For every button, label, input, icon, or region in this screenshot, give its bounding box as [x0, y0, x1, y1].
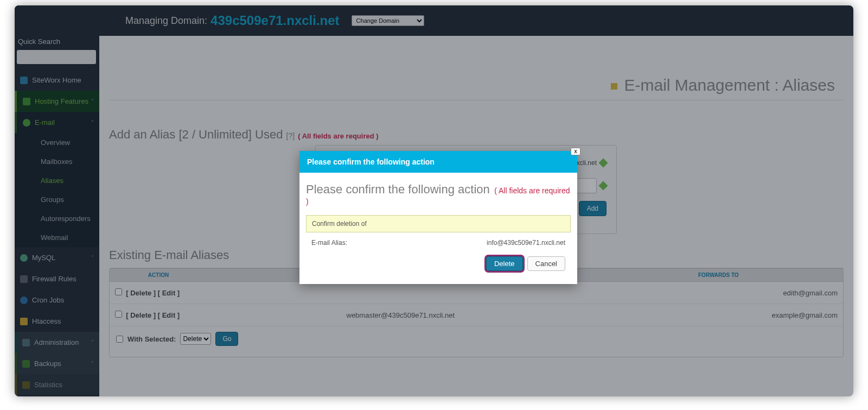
modal-alias-label: E-mail Alias:	[311, 239, 347, 247]
cancel-button[interactable]: Cancel	[527, 256, 565, 271]
modal-alias-row: E-mail Alias: info@439c509e71.nxcli.net	[306, 232, 571, 253]
modal-alias-value: info@439c509e71.nxcli.net	[487, 239, 565, 247]
modal-actions: Delete Cancel	[306, 253, 571, 277]
modal-subtitle: Please confirm the following action	[306, 182, 490, 196]
confirm-deletion-bar: Confirm deletion of	[306, 215, 571, 232]
modal-title-bar: Please confirm the following action x	[299, 151, 577, 173]
modal-close-button[interactable]: x	[571, 148, 580, 155]
delete-button[interactable]: Delete	[486, 256, 523, 271]
modal-body: Please confirm the following action ( Al…	[299, 173, 577, 284]
confirm-modal: Please confirm the following action x Pl…	[299, 151, 577, 284]
